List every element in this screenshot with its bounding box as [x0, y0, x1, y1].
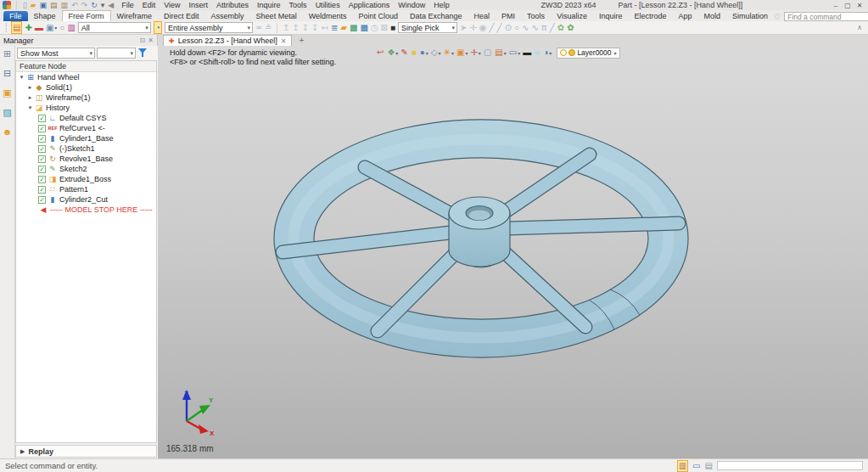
stop-icon[interactable]: ■: [389, 22, 396, 34]
ribbon-tab-direct-edit[interactable]: Direct Edit: [158, 11, 205, 21]
ribbon-tab-pmi[interactable]: PMI: [496, 11, 521, 21]
qat-collapse-icon[interactable]: ◀: [108, 1, 114, 9]
hand-wheel-model[interactable]: [158, 46, 868, 458]
menu-utilities[interactable]: Utilities: [311, 1, 344, 9]
separator[interactable]: │: [14, 1, 20, 9]
entity-filter-select[interactable]: All: [77, 22, 152, 34]
section-view-icon[interactable]: ▤ ▾: [495, 48, 506, 58]
tree-checkbox[interactable]: ✓: [38, 186, 46, 194]
tree-filter-select[interactable]: Show Most: [17, 48, 95, 59]
menu-insert[interactable]: Insert: [185, 1, 213, 9]
ribbon-tab-assembly[interactable]: Assembly: [205, 11, 250, 21]
role-icon[interactable]: ☻: [3, 126, 13, 137]
csys-display-icon[interactable]: ✛ ▾: [470, 48, 480, 58]
tree-expander-icon[interactable]: ▾: [26, 104, 34, 111]
ribbon-tab-app[interactable]: App: [673, 11, 698, 21]
move-up-icon-1[interactable]: ↥: [282, 22, 290, 34]
export-icon[interactable]: ▥: [61, 1, 69, 9]
move-left-icon[interactable]: ↤: [320, 22, 328, 34]
material-icon[interactable]: ■: [412, 48, 417, 58]
regen-icon[interactable]: ◔: [153, 22, 163, 34]
folder-add-icon[interactable]: ▰: [339, 22, 348, 34]
menu-file[interactable]: File: [117, 1, 138, 9]
move-down-icon-2[interactable]: ↧: [311, 22, 319, 34]
snap-icon[interactable]: ✛: [468, 22, 477, 34]
clipboard-icon[interactable]: ⊠: [380, 22, 389, 34]
ribbon-tab-file[interactable]: File: [3, 11, 28, 21]
menu-edit[interactable]: Edit: [138, 1, 160, 9]
wireframe-mode-icon[interactable]: ◇ ▾: [431, 48, 441, 58]
tree-item-solid[interactable]: ▸ ◆ Solid(1): [16, 82, 156, 93]
align-icon-2[interactable]: ≗: [264, 22, 272, 34]
zoom-extent-icon[interactable]: ▢: [484, 48, 492, 58]
edge-display-icon[interactable]: ▬: [523, 48, 532, 58]
ribbon-tab-visualize[interactable]: Visualize: [551, 11, 593, 21]
leaf-icon-1[interactable]: ✿: [557, 22, 565, 34]
list-manager-icon[interactable]: ≣: [330, 22, 339, 34]
menu-tools[interactable]: Tools: [285, 1, 311, 9]
menu-inquire[interactable]: Inquire: [253, 1, 285, 9]
menu-window[interactable]: Window: [394, 1, 429, 9]
tree-checkbox[interactable]: ✓: [38, 145, 46, 153]
status-input[interactable]: [717, 461, 863, 470]
undo-icon[interactable]: ↶: [71, 1, 78, 9]
paint-icon[interactable]: ✎: [400, 48, 408, 58]
ribbon-tab-free-form[interactable]: Free Form: [62, 10, 111, 21]
monitor-icon[interactable]: ▭: [692, 461, 700, 471]
visibility-manager-icon[interactable]: ▤: [10, 22, 23, 34]
image-green-icon[interactable]: ▩: [349, 22, 358, 34]
polyline-icon[interactable]: ╱: [496, 22, 503, 34]
pick-arrow-icon[interactable]: ➤: [459, 22, 468, 34]
tree-item-extrude1-boss[interactable]: ✓ ◨ Extrude1_Boss: [16, 174, 156, 184]
erase-entity-icon[interactable]: ▬: [34, 22, 44, 34]
qat-dropdown-icon[interactable]: ▾: [101, 1, 105, 9]
panel-float-icon[interactable]: ⊡: [140, 37, 146, 44]
tree-expander-icon[interactable]: ▾: [18, 74, 25, 81]
spline-icon[interactable]: ∿: [530, 22, 539, 34]
tree-checkbox[interactable]: ✓: [38, 115, 46, 122]
tree-item-default-csys[interactable]: ✓ ∟ Default CSYS: [16, 113, 156, 123]
target-icon[interactable]: ◉: [479, 22, 488, 34]
ribbon-tab-electrode[interactable]: Electrode: [629, 11, 673, 21]
new-file-icon[interactable]: ▯: [23, 1, 27, 9]
exit-icon[interactable]: ↩: [377, 48, 384, 58]
menu-applications[interactable]: Applications: [344, 1, 395, 9]
ribbon-tab-tools[interactable]: Tools: [521, 11, 551, 21]
line-icon[interactable]: ╱: [489, 22, 496, 34]
auto-regen-icon[interactable]: ↻: [91, 1, 98, 9]
tree-expander-icon[interactable]: ▸: [26, 94, 34, 101]
ribbon-tab-simulation[interactable]: Simulation: [726, 11, 774, 21]
align-icon-1[interactable]: ≖: [255, 22, 263, 34]
favorites-icon[interactable]: ♡: [774, 13, 781, 21]
new-tab-button[interactable]: +: [292, 35, 311, 46]
line2-icon[interactable]: ╱: [549, 22, 556, 34]
ribbon-tab-weldments[interactable]: Weldments: [303, 11, 353, 21]
image-blue-icon[interactable]: ▩: [359, 22, 368, 34]
ribbon-tab-heal[interactable]: Heal: [468, 11, 496, 21]
ribbon-minimize-icon[interactable]: ∧: [857, 24, 865, 31]
menu-view[interactable]: View: [160, 1, 184, 9]
ribbon-tab-shape[interactable]: Shape: [28, 11, 62, 21]
replay-expander-icon[interactable]: ▶: [20, 448, 25, 455]
filter-funnel-icon[interactable]: [137, 48, 148, 58]
circle-center-icon[interactable]: ⊙: [504, 22, 512, 34]
curve-icon[interactable]: π: [540, 22, 548, 34]
assembly-tree-icon[interactable]: ⊟: [3, 68, 11, 78]
pick-mode-select[interactable]: Single Pick: [397, 22, 458, 34]
tab-close-icon[interactable]: ✕: [281, 37, 287, 45]
tree-checkbox[interactable]: ✓: [38, 196, 46, 204]
layer-dropdown-icon[interactable]: ▾: [614, 50, 617, 56]
tree-item-hand-wheel[interactable]: ▾ ⊞ Hand Wheel: [16, 72, 156, 82]
dock-manager-icon[interactable]: ▥: [677, 460, 688, 472]
move-down-icon-1[interactable]: ↧: [301, 22, 310, 34]
display-settings-icon[interactable]: ▭ ▾: [509, 48, 520, 58]
view-orient-icon[interactable]: ◑ ▾: [543, 48, 552, 58]
save-all-icon[interactable]: ▤: [50, 1, 58, 9]
document-tab-active[interactable]: ✚ Lesson 22.Z3 - [Hand Wheel] ✕: [163, 35, 292, 46]
viewport-3d[interactable]: Hold down <F2> for dynamic viewing. <F8>…: [158, 46, 868, 458]
redo-icon[interactable]: ↷: [81, 1, 88, 9]
find-command-input[interactable]: [784, 12, 868, 21]
toolbar-grip[interactable]: ┊: [3, 22, 9, 34]
shade-mode-icon[interactable]: ● ▾: [420, 48, 428, 58]
reference-circle-icon[interactable]: ○: [59, 22, 65, 34]
